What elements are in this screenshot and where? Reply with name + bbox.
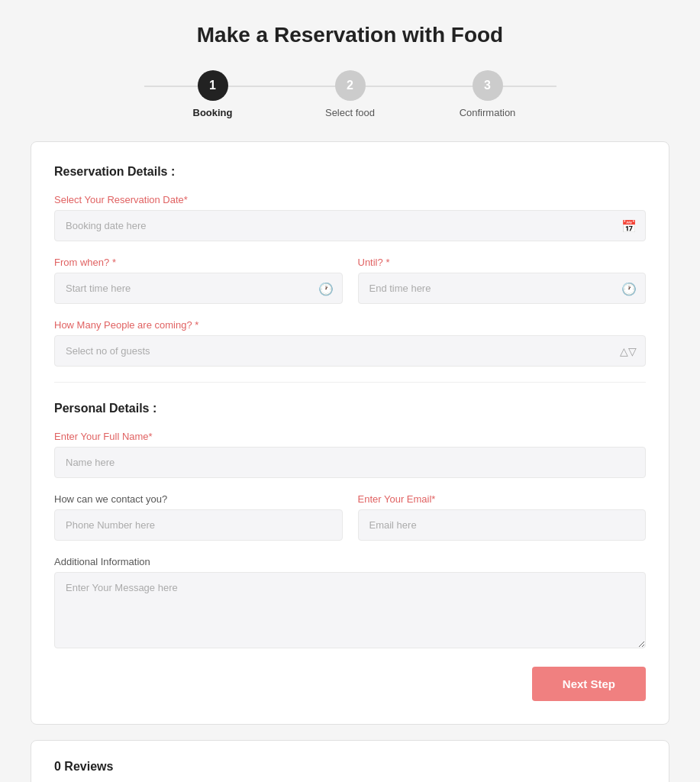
until-label: Until? * xyxy=(358,257,647,268)
email-group: Enter Your Email* xyxy=(358,493,647,541)
email-input[interactable] xyxy=(358,509,647,541)
booking-date-group: Select Your Reservation Date* 📅 xyxy=(54,194,646,241)
phone-input[interactable] xyxy=(54,509,343,541)
booking-date-input[interactable] xyxy=(54,210,646,241)
reviews-title: 0 Reviews xyxy=(54,760,646,774)
start-time-input[interactable] xyxy=(54,273,343,304)
guests-select-wrapper: Select no of guests 1 2 3 4 5 6 7 8 9 10… xyxy=(54,335,646,367)
start-time-wrapper: 🕐 xyxy=(54,273,343,304)
page-title: Make a Reservation with Food xyxy=(31,23,669,47)
booking-date-wrapper: 📅 xyxy=(54,210,646,241)
reviews-card: 0 Reviews xyxy=(31,740,669,782)
from-when-group: From when? * 🕐 xyxy=(54,257,343,304)
reservation-section-title: Reservation Details : xyxy=(54,165,646,179)
stepper: 1 Booking 2 Select food 3 Confirmation xyxy=(31,70,669,118)
step-select-food: 2 Select food xyxy=(282,70,419,118)
phone-group: How can we contact you? xyxy=(54,493,343,541)
section-divider xyxy=(54,382,646,383)
booking-date-label: Select Your Reservation Date* xyxy=(54,194,646,205)
end-time-input[interactable] xyxy=(358,273,647,304)
from-when-label: From when? * xyxy=(54,257,343,268)
guests-group: How Many People are coming? * Select no … xyxy=(54,319,646,367)
step-label-3: Confirmation xyxy=(460,107,516,118)
full-name-group: Enter Your Full Name* xyxy=(54,431,646,478)
next-step-button[interactable]: Next Step xyxy=(532,667,646,701)
step-label-1: Booking xyxy=(193,107,233,118)
contact-row: How can we contact you? Enter Your Email… xyxy=(54,493,646,541)
full-name-input[interactable] xyxy=(54,447,646,478)
guests-select[interactable]: Select no of guests 1 2 3 4 5 6 7 8 9 10 xyxy=(54,335,646,367)
button-row: Next Step xyxy=(54,667,646,701)
step-label-2: Select food xyxy=(325,107,375,118)
phone-label: How can we contact you? xyxy=(54,493,343,505)
until-group: Until? * 🕐 xyxy=(358,257,647,304)
step-circle-1: 1 xyxy=(198,70,228,101)
personal-section-title: Personal Details : xyxy=(54,402,646,415)
step-confirmation: 3 Confirmation xyxy=(419,70,556,118)
step-circle-3: 3 xyxy=(473,70,503,101)
message-label: Additional Information xyxy=(54,556,646,567)
main-form-card: Reservation Details : Select Your Reserv… xyxy=(31,141,669,725)
message-textarea[interactable] xyxy=(54,572,646,648)
message-group: Additional Information xyxy=(54,556,646,651)
end-time-wrapper: 🕐 xyxy=(358,273,647,304)
step-circle-2: 2 xyxy=(335,70,366,101)
email-label: Enter Your Email* xyxy=(358,493,647,505)
step-booking: 1 Booking xyxy=(144,70,282,118)
time-row: From when? * 🕐 Until? * 🕐 xyxy=(54,257,646,304)
guests-label: How Many People are coming? * xyxy=(54,319,646,331)
full-name-label: Enter Your Full Name* xyxy=(54,431,646,442)
